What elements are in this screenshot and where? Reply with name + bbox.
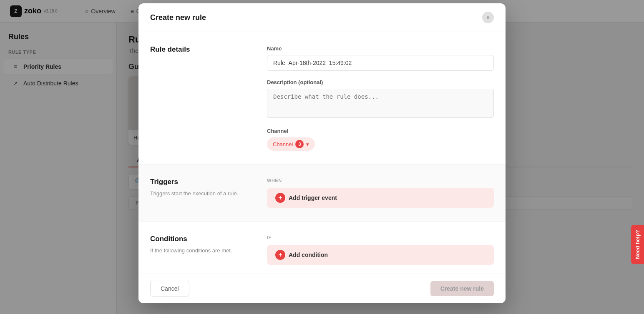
channel-selector[interactable]: Channel 3 ▾	[267, 137, 315, 151]
channel-count-badge: 3	[295, 140, 304, 148]
chevron-down-icon: ▾	[306, 141, 309, 147]
conditions-right: IF + Add condition	[267, 235, 494, 265]
add-trigger-label: Add trigger event	[289, 194, 337, 201]
rule-details-section: Rule details Name Description (optional)…	[138, 32, 506, 164]
triggers-desc: Triggers start the execution of a rule.	[150, 189, 250, 198]
close-icon: ×	[486, 14, 490, 21]
create-rule-button[interactable]: Create new rule	[430, 281, 494, 296]
modal-close-button[interactable]: ×	[482, 12, 494, 23]
triggers-heading: Triggers	[150, 178, 250, 186]
rule-name-input[interactable]	[267, 55, 494, 71]
add-condition-icon: +	[275, 250, 285, 260]
create-rule-modal: Create new rule × Rule details Name Desc…	[138, 3, 506, 303]
create-label: Create new rule	[440, 285, 484, 292]
when-label: WHEN	[267, 178, 494, 183]
conditions-heading: Conditions	[150, 235, 250, 243]
if-label: IF	[267, 235, 494, 240]
need-help-tab[interactable]: Need help?	[631, 225, 644, 264]
description-input[interactable]	[267, 89, 494, 118]
add-condition-label: Add condition	[289, 252, 328, 258]
add-trigger-button[interactable]: + Add trigger event	[267, 188, 494, 208]
modal-title: Create new rule	[150, 13, 206, 22]
need-help-label: Need help?	[634, 230, 641, 259]
description-field-label: Description (optional)	[267, 79, 494, 85]
modal-body[interactable]: Rule details Name Description (optional)…	[138, 32, 506, 274]
triggers-left: Triggers Triggers start the execution of…	[150, 178, 250, 208]
triggers-section: Triggers Triggers start the execution of…	[138, 164, 506, 222]
rule-details-right: Name Description (optional) Channel Chan…	[267, 45, 494, 151]
add-condition-button[interactable]: + Add condition	[267, 245, 494, 265]
rule-details-heading: Rule details	[150, 45, 250, 54]
modal-overlay: Create new rule × Rule details Name Desc…	[0, 0, 644, 314]
cancel-label: Cancel	[161, 285, 179, 292]
rule-details-left: Rule details	[150, 45, 250, 151]
triggers-right: WHEN + Add trigger event	[267, 178, 494, 208]
channel-tag-label: Channel	[273, 141, 293, 147]
name-field-label: Name	[267, 45, 494, 52]
cancel-button[interactable]: Cancel	[150, 281, 189, 297]
conditions-desc: If the following conditions are met.	[150, 247, 250, 255]
modal-footer: Cancel Create new rule	[138, 274, 506, 303]
add-trigger-icon: +	[275, 193, 285, 203]
channel-field-label: Channel	[267, 128, 494, 134]
conditions-section: Conditions If the following conditions a…	[138, 222, 506, 274]
conditions-left: Conditions If the following conditions a…	[150, 235, 250, 265]
modal-header: Create new rule ×	[138, 3, 506, 32]
